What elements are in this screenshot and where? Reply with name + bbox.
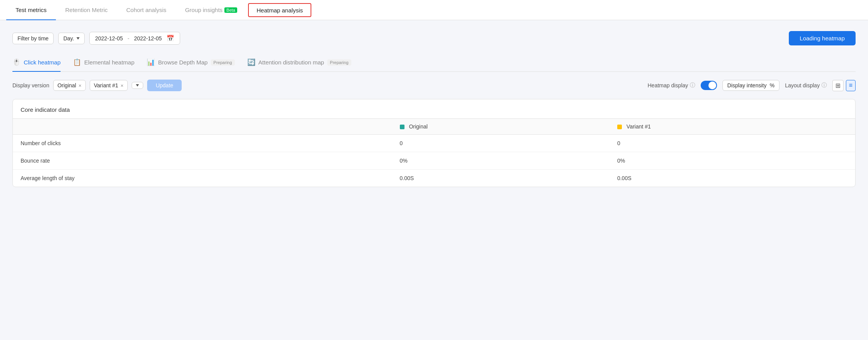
sub-tab-click-heatmap[interactable]: 🖱️ Click heatmap: [12, 55, 61, 72]
date-separator: -: [128, 35, 130, 42]
filter-label: Filter by time: [17, 35, 49, 42]
layout-split-button[interactable]: ⊞: [832, 80, 844, 91]
data-table: Original Variant #1 Number of clicks 0 0…: [13, 118, 855, 187]
table-row: Average length of stay 0.00S 0.00S: [13, 170, 855, 187]
elemental-heatmap-icon: 📋: [73, 58, 81, 66]
close-original-icon[interactable]: ×: [78, 83, 82, 88]
original-avg-stay: 0.00S: [392, 170, 609, 187]
chevron-down-icon: [76, 37, 80, 40]
metric-clicks: Number of clicks: [13, 135, 392, 152]
variant1-tag[interactable]: Variant #1 ×: [90, 80, 128, 91]
variant-bounce: 0%: [609, 152, 855, 170]
layout-list-button[interactable]: ≡: [846, 80, 856, 91]
variant-dropdown-chevron-icon: [136, 84, 139, 87]
original-color-dot: [400, 125, 404, 129]
main-content: Filter by time Day. 2022-12-05 - 2022-12…: [0, 20, 868, 198]
tab-test-metrics-label: Test metrics: [16, 7, 47, 13]
click-heatmap-icon: 🖱️: [12, 58, 21, 66]
tab-heatmap-analysis-label: Heatmap analysis: [257, 7, 303, 14]
tab-retention-metric-label: Retention Metric: [65, 7, 108, 13]
date-range-picker[interactable]: 2022-12-05 - 2022-12-05 📅: [89, 32, 180, 45]
calendar-icon: 📅: [167, 35, 174, 42]
browse-depth-preparing-badge: Preparing: [211, 59, 235, 66]
tab-cohort-analysis-label: Cohort analysis: [126, 7, 166, 13]
attention-distribution-icon: 🔄: [247, 58, 255, 66]
display-version-label: Display version: [12, 82, 49, 88]
variant1-label: Variant #1: [94, 82, 118, 88]
display-intensity-label: Display intensity: [727, 82, 767, 88]
date-end: 2022-12-05: [134, 35, 162, 42]
filter-row: Filter by time Day. 2022-12-05 - 2022-12…: [12, 31, 856, 45]
time-unit-label: Day.: [63, 35, 74, 42]
table-header-row: Original Variant #1: [13, 119, 855, 135]
metric-bounce: Bounce rate: [13, 152, 392, 170]
update-button[interactable]: Update: [147, 80, 182, 91]
sub-tab-elemental-heatmap-label: Elemental heatmap: [84, 59, 134, 66]
sub-tab-browse-depth-map[interactable]: 📊 Browse Depth Map Preparing: [147, 55, 234, 72]
layout-display-info-icon: ⓘ: [821, 82, 827, 89]
tab-group-insights[interactable]: Group insights Beta: [176, 0, 247, 20]
metric-avg-stay: Average length of stay: [13, 170, 392, 187]
col-metric: [13, 119, 392, 135]
table-title: Core indicator data: [13, 99, 855, 118]
tab-cohort-analysis[interactable]: Cohort analysis: [117, 0, 175, 20]
date-start: 2022-12-05: [95, 35, 123, 42]
tab-retention-metric[interactable]: Retention Metric: [56, 0, 117, 20]
variant-avg-stay: 0.00S: [609, 170, 855, 187]
original-clicks: 0: [392, 135, 609, 152]
variant-clicks: 0: [609, 135, 855, 152]
original-variant-tag[interactable]: Original ×: [53, 80, 86, 91]
table-row: Number of clicks 0 0: [13, 135, 855, 152]
options-row: Display version Original × Variant #1 × …: [12, 80, 856, 91]
tab-group-insights-label: Group insights: [185, 7, 223, 13]
col-variant1: Variant #1: [609, 119, 855, 135]
original-bounce: 0%: [392, 152, 609, 170]
variant1-color-dot: [617, 125, 622, 129]
layout-icons-group: ⊞ ≡: [832, 80, 856, 91]
filter-by-time-control[interactable]: Filter by time: [12, 33, 54, 44]
col-original-label: Original: [409, 123, 427, 130]
table-row: Bounce rate 0% 0%: [13, 152, 855, 170]
sub-tab-browse-depth-map-label: Browse Depth Map: [158, 59, 208, 66]
layout-display-label: Layout display ⓘ: [785, 82, 827, 89]
tab-heatmap-analysis[interactable]: Heatmap analysis: [248, 3, 311, 17]
sub-tab-attention-distribution-label: Attention distribution map: [259, 59, 324, 66]
heatmap-display-text: Heatmap display: [648, 82, 688, 88]
tab-test-metrics[interactable]: Test metrics: [6, 0, 56, 20]
time-unit-select[interactable]: Day.: [58, 33, 85, 44]
layout-display-text: Layout display: [785, 82, 820, 88]
display-intensity-value: %: [770, 82, 774, 88]
core-indicator-table: Core indicator data Original Variant #1: [12, 99, 856, 187]
sub-tab-attention-distribution-map[interactable]: 🔄 Attention distribution map Preparing: [247, 55, 351, 72]
browse-depth-map-icon: 📊: [147, 58, 155, 66]
heatmap-display-toggle[interactable]: [701, 81, 717, 90]
variant-dropdown[interactable]: [132, 82, 143, 89]
attention-distribution-preparing-badge: Preparing: [327, 59, 351, 66]
loading-heatmap-button[interactable]: Loading heatmap: [789, 31, 856, 45]
close-variant1-icon[interactable]: ×: [121, 83, 124, 88]
col-variant1-label: Variant #1: [627, 123, 651, 130]
heatmap-display-label: Heatmap display ⓘ: [648, 82, 695, 89]
heatmap-display-info-icon: ⓘ: [690, 82, 695, 89]
sub-tab-click-heatmap-label: Click heatmap: [24, 59, 61, 66]
original-label: Original: [57, 82, 76, 88]
sub-tab-elemental-heatmap[interactable]: 📋 Elemental heatmap: [73, 55, 134, 72]
options-right: Heatmap display ⓘ Display intensity % La…: [648, 80, 856, 91]
col-original: Original: [392, 119, 609, 135]
sub-tab-bar: 🖱️ Click heatmap 📋 Elemental heatmap 📊 B…: [12, 55, 856, 72]
tab-bar: Test metrics Retention Metric Cohort ana…: [0, 0, 868, 20]
display-intensity-control[interactable]: Display intensity %: [722, 80, 780, 91]
beta-badge: Beta: [224, 7, 237, 13]
